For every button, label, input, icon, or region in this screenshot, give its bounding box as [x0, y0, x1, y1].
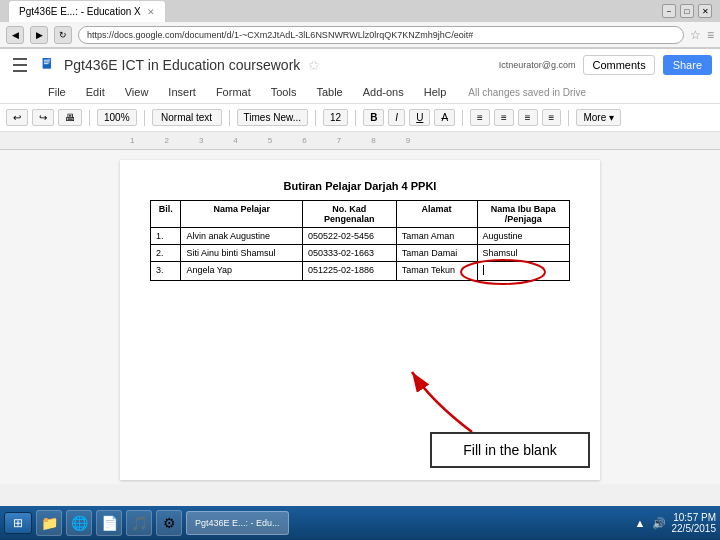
style-selector[interactable]: Normal text: [152, 109, 222, 126]
browser-menu-icon[interactable]: ≡: [707, 28, 714, 42]
col-ibubapa: Nama Ibu Bapa/Penjaga: [477, 201, 569, 228]
separator: [568, 110, 569, 126]
align-center-button[interactable]: ≡: [494, 109, 514, 126]
undo-button[interactable]: ↩: [6, 109, 28, 126]
taskbar-icon-docs[interactable]: 📄: [96, 510, 122, 536]
taskbar-icon-settings[interactable]: ⚙: [156, 510, 182, 536]
menu-table[interactable]: Table: [308, 84, 350, 100]
docs-title-bar: Pgt436E ICT in Education coursework ✩ Ic…: [0, 49, 720, 81]
menu-bar: File Edit View Insert Format Tools Table…: [0, 81, 720, 103]
menu-edit[interactable]: Edit: [78, 84, 113, 100]
taskbar-icons: 📁 🌐 📄 🎵 ⚙ Pgt436E E...: - Edu...: [36, 510, 631, 536]
taskbar-icon-media[interactable]: 🎵: [126, 510, 152, 536]
col-nokad: No. KadPengenalan: [303, 201, 397, 228]
cell-nokad-3: 051225-02-1886: [303, 262, 397, 281]
font-size-selector[interactable]: 12: [323, 109, 348, 126]
document-area: Butiran Pelajar Darjah 4 PPKI Bil. Nama …: [0, 150, 720, 484]
table-heading: Butiran Pelajar Darjah 4 PPKI: [150, 180, 570, 192]
menu-file[interactable]: File: [40, 84, 74, 100]
share-button[interactable]: Share: [663, 55, 712, 75]
font-selector[interactable]: Times New...: [237, 109, 308, 126]
tab-title: Pgt436E E...: - Education X: [19, 6, 141, 17]
cell-nama-1: Alvin anak Augustine: [181, 228, 303, 245]
docs-header: Pgt436E ICT in Education coursework ✩ Ic…: [0, 49, 720, 132]
cell-alamat-1: Taman Aman: [396, 228, 477, 245]
svg-rect-3: [44, 62, 50, 63]
clock-date: 22/5/2015: [672, 523, 717, 534]
svg-rect-4: [44, 63, 49, 64]
cell-ibubapa-2: Shamsul: [477, 245, 569, 262]
browser-chrome: Pgt436E E...: - Education X ✕ − □ ✕ ◀ ▶ …: [0, 0, 720, 49]
menu-view[interactable]: View: [117, 84, 157, 100]
taskbar-icon-browser[interactable]: 🌐: [66, 510, 92, 536]
align-left-button[interactable]: ≡: [470, 109, 490, 126]
refresh-button[interactable]: ↻: [54, 26, 72, 44]
cell-ibubapa-1: Augustine: [477, 228, 569, 245]
comments-button[interactable]: Comments: [583, 55, 654, 75]
sidebar-toggle-button[interactable]: [8, 54, 32, 76]
hamburger-icon: [13, 70, 27, 72]
cell-alamat-3: Taman Tekun: [396, 262, 477, 281]
zoom-selector[interactable]: 100%: [97, 109, 137, 126]
print-button[interactable]: 🖶: [58, 109, 82, 126]
title-text: Pgt436E ICT in Education coursework: [64, 57, 300, 73]
bookmark-icon[interactable]: ☆: [690, 28, 701, 42]
url-input[interactable]: https://docs.google.com/document/d/1-~CX…: [78, 26, 684, 44]
fill-blank-annotation: Fill in the blank: [430, 432, 590, 468]
more-button[interactable]: More ▾: [576, 109, 621, 126]
separator: [89, 110, 90, 126]
tab-close-icon[interactable]: ✕: [147, 7, 155, 17]
menu-format[interactable]: Format: [208, 84, 259, 100]
table-row: 3. Angela Yap 051225-02-1886 Taman Tekun: [151, 262, 570, 281]
separator: [144, 110, 145, 126]
table-header-row: Bil. Nama Pelajar No. KadPengenalan Alam…: [151, 201, 570, 228]
cell-nama-3: Angela Yap: [181, 262, 303, 281]
taskbar: ⊞ 📁 🌐 📄 🎵 ⚙ Pgt436E E...: - Edu... ▲ 🔊 1…: [0, 506, 720, 540]
separator: [355, 110, 356, 126]
col-nama: Nama Pelajar: [181, 201, 303, 228]
user-email: Ictneurator@g.com: [499, 60, 576, 70]
bold-button[interactable]: B: [363, 109, 384, 126]
cell-bil-3: 3.: [151, 262, 181, 281]
forward-button[interactable]: ▶: [30, 26, 48, 44]
strikethrough-button[interactable]: A: [434, 109, 455, 126]
taskbar-icon-explorer[interactable]: 📁: [36, 510, 62, 536]
cell-alamat-2: Taman Damai: [396, 245, 477, 262]
ruler: 12345 6789: [0, 132, 720, 150]
separator: [462, 110, 463, 126]
table-row: 1. Alvin anak Augustine 050522-02-5456 T…: [151, 228, 570, 245]
menu-help[interactable]: Help: [416, 84, 455, 100]
formatting-bar: ↩ ↪ 🖶 100% Normal text Times New... 12 B…: [0, 103, 720, 131]
separator: [229, 110, 230, 126]
align-justify-button[interactable]: ≡: [542, 109, 562, 126]
menu-tools[interactable]: Tools: [263, 84, 305, 100]
window-controls: − □ ✕: [662, 4, 712, 18]
separator: [315, 110, 316, 126]
browser-tab[interactable]: Pgt436E E...: - Education X ✕: [8, 0, 166, 22]
hamburger-icon: [13, 64, 27, 66]
document-title: Pgt436E ICT in Education coursework ✩: [64, 57, 493, 73]
fill-blank-label: Fill in the blank: [463, 442, 556, 458]
taskbar-clock: 10:57 PM 22/5/2015: [672, 512, 717, 534]
menu-addons[interactable]: Add-ons: [355, 84, 412, 100]
clock-time: 10:57 PM: [672, 512, 717, 523]
menu-insert[interactable]: Insert: [160, 84, 204, 100]
text-cursor: [483, 265, 484, 275]
cell-nokad-2: 050333-02-1663: [303, 245, 397, 262]
cell-ibubapa-3: [477, 262, 569, 281]
title-bar: Pgt436E E...: - Education X ✕ − □ ✕: [0, 0, 720, 22]
close-button[interactable]: ✕: [698, 4, 712, 18]
start-button[interactable]: ⊞: [4, 512, 32, 534]
maximize-button[interactable]: □: [680, 4, 694, 18]
col-bil: Bil.: [151, 201, 181, 228]
url-text: https://docs.google.com/document/d/1-~CX…: [87, 30, 473, 40]
redo-button[interactable]: ↪: [32, 109, 54, 126]
cell-bil-1: 1.: [151, 228, 181, 245]
italic-button[interactable]: I: [388, 109, 405, 126]
taskbar-active-task[interactable]: Pgt436E E...: - Edu...: [186, 511, 289, 535]
underline-button[interactable]: U: [409, 109, 430, 126]
back-button[interactable]: ◀: [6, 26, 24, 44]
align-right-button[interactable]: ≡: [518, 109, 538, 126]
minimize-button[interactable]: −: [662, 4, 676, 18]
taskbar-right: ▲ 🔊 10:57 PM 22/5/2015: [635, 512, 716, 534]
